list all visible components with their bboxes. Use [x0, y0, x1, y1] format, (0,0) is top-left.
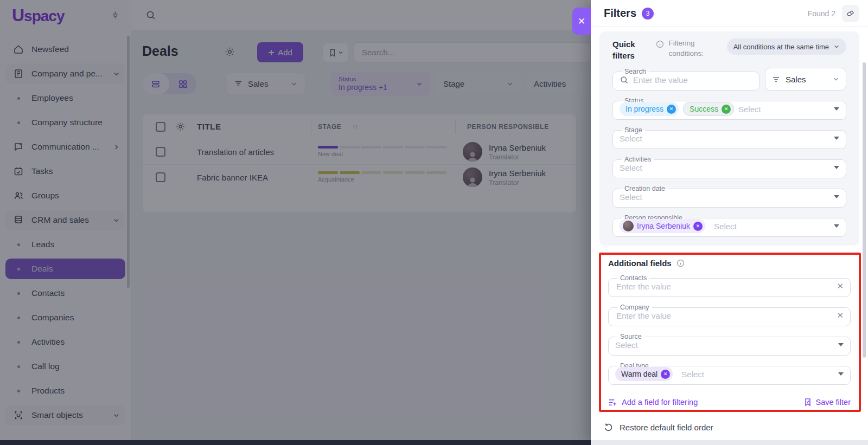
- additional-fields-section: Additional fields Contacts ✕ Company ✕: [591, 246, 868, 407]
- pipeline-filter-select[interactable]: Sales: [765, 68, 846, 91]
- panel-scrollbar[interactable]: [863, 62, 866, 358]
- dimmed-background-region: Uspacy Newsfeed Company and pe... Empl: [0, 0, 591, 445]
- field-label: Activities: [622, 156, 654, 163]
- clear-field-icon[interactable]: ✕: [837, 311, 844, 320]
- deal-type-filter-field[interactable]: Deal type Warm deal ✕ Select: [608, 362, 851, 385]
- quick-filters-heading: Quick filters: [612, 38, 652, 61]
- creation-date-filter-field[interactable]: Creation date Select: [612, 185, 846, 208]
- search-filter-field[interactable]: Search: [612, 68, 760, 91]
- field-label: Creation date: [622, 185, 668, 192]
- found-count: Found 2: [808, 9, 835, 18]
- status-chip-in-progress[interactable]: In progress ✕: [620, 102, 679, 116]
- deal-type-chip-warm-deal[interactable]: Warm deal ✕: [615, 367, 673, 381]
- avatar: [623, 221, 634, 231]
- contacts-input[interactable]: [616, 282, 837, 291]
- source-filter-field[interactable]: Source Select: [608, 333, 851, 356]
- add-filter-icon: [608, 398, 617, 407]
- save-bookmark-icon: [804, 398, 812, 407]
- caret-down-icon: [838, 372, 844, 376]
- chevron-down-icon: [833, 43, 840, 50]
- close-filters-button[interactable]: ✕: [572, 8, 591, 35]
- clear-field-icon[interactable]: ✕: [837, 281, 844, 291]
- chevron-down-icon: [833, 76, 839, 82]
- search-filter-input[interactable]: [633, 75, 752, 85]
- info-icon: [656, 40, 664, 48]
- active-filters-count-badge: 3: [642, 8, 654, 20]
- filtering-conditions-label: Filtering conditions:: [668, 38, 722, 59]
- modal-dim-overlay[interactable]: [0, 0, 591, 445]
- save-filter-link[interactable]: Save filter: [804, 398, 851, 407]
- remove-chip-icon[interactable]: ✕: [722, 105, 731, 114]
- status-chip-success[interactable]: Success ✕: [683, 102, 734, 116]
- caret-down-icon: [834, 107, 839, 111]
- quick-filters-section: Quick filters Filtering conditions: All …: [599, 31, 859, 246]
- caret-down-icon: [834, 166, 839, 169]
- conditions-select[interactable]: All conditions at the same time: [727, 38, 846, 55]
- additional-fields-heading: Additional fields: [608, 259, 672, 268]
- info-icon: [676, 259, 685, 267]
- close-icon: ✕: [578, 16, 585, 27]
- clear-filters-button[interactable]: [842, 5, 859, 22]
- remove-chip-icon[interactable]: ✕: [693, 222, 703, 231]
- remove-chip-icon[interactable]: ✕: [661, 370, 670, 379]
- field-label: Source: [617, 333, 644, 340]
- caret-down-icon: [834, 137, 839, 140]
- restore-default-order-link[interactable]: Restore default field order: [604, 423, 868, 432]
- search-icon: [620, 75, 629, 85]
- caret-down-icon: [834, 195, 839, 198]
- restore-icon: [604, 423, 613, 432]
- field-label: Search: [622, 68, 649, 75]
- filters-title: Filters: [604, 7, 636, 20]
- company-filter-field[interactable]: Company ✕: [608, 304, 851, 326]
- add-field-for-filtering-link[interactable]: Add a field for filtering: [608, 398, 698, 407]
- filters-panel-header: Filters 3 Found 2: [591, 0, 868, 27]
- company-input[interactable]: [616, 311, 837, 320]
- funnel-lines-icon: [772, 76, 780, 83]
- field-label: Contacts: [617, 274, 649, 282]
- field-label: Stage: [622, 126, 645, 134]
- filters-panel: Filters 3 Found 2 Quick filters Filterin…: [591, 0, 868, 445]
- caret-down-icon: [838, 343, 844, 346]
- status-filter-field[interactable]: Status In progress ✕ Success ✕ Select: [612, 97, 846, 120]
- uspacy-crm-app: Uspacy Newsfeed Company and pe... Empl: [0, 0, 868, 445]
- remove-chip-icon[interactable]: ✕: [667, 105, 676, 114]
- activities-filter-field[interactable]: Activities Select: [612, 156, 846, 178]
- person-responsible-filter-field[interactable]: Person responsible Iryna Serbeniuk ✕ Sel…: [612, 214, 846, 237]
- field-label: Company: [617, 304, 652, 311]
- contacts-filter-field[interactable]: Contacts ✕: [608, 274, 851, 297]
- panel-bottom-edge: [591, 440, 868, 445]
- person-chip-iryna-serbeniuk[interactable]: Iryna Serbeniuk ✕: [620, 219, 705, 233]
- stage-filter-field[interactable]: Stage Select: [612, 126, 846, 149]
- caret-down-icon: [834, 224, 839, 228]
